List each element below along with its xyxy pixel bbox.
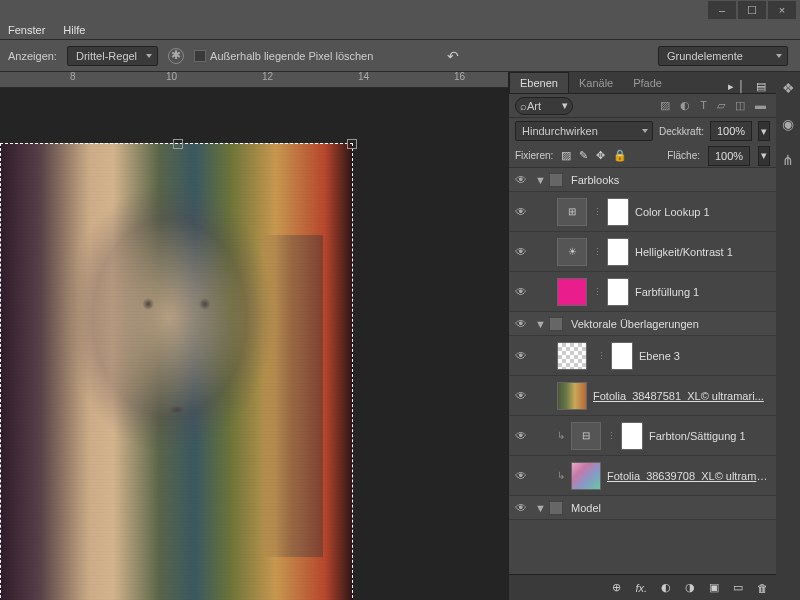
link-icon: ⋮ <box>593 247 601 257</box>
tab-pfade[interactable]: Pfade <box>623 73 672 93</box>
minimize-button[interactable]: – <box>708 1 736 19</box>
fill-label: Fläche: <box>667 150 700 161</box>
mask-thumb[interactable] <box>621 422 643 450</box>
crop-rule-dropdown[interactable]: Drittel-Regel <box>67 46 158 66</box>
mask-thumb[interactable] <box>607 198 629 226</box>
mask-thumb[interactable] <box>611 342 633 370</box>
filter-adjust-icon[interactable]: ◐ <box>680 99 690 112</box>
lock-all-icon[interactable]: 🔒 <box>613 149 627 162</box>
canvas[interactable] <box>0 88 508 600</box>
group-icon[interactable]: ▣ <box>709 581 719 594</box>
lock-pixels-icon[interactable]: ✎ <box>579 149 588 162</box>
visibility-icon[interactable]: 👁 <box>513 172 529 188</box>
menu-hilfe[interactable]: Hilfe <box>63 24 85 36</box>
opacity-arrow-icon[interactable]: ▾ <box>758 121 770 141</box>
layer-row[interactable]: 👁▼Model <box>509 496 776 520</box>
layer-row[interactable]: 👁⋮Ebene 3 <box>509 336 776 376</box>
channels-icon[interactable]: ◉ <box>778 114 798 134</box>
layer-row[interactable]: 👁▼Farblooks <box>509 168 776 192</box>
layer-name: Ebene 3 <box>639 350 772 362</box>
selection-marquee[interactable] <box>0 143 353 600</box>
tab-kanale[interactable]: Kanäle <box>569 73 623 93</box>
blend-mode-dropdown[interactable]: Hindurchwirken <box>515 121 653 141</box>
tab-ebenen[interactable]: Ebenen <box>509 72 569 93</box>
folder-icon <box>549 173 563 187</box>
layer-name: Farbfüllung 1 <box>635 286 772 298</box>
adjustment-thumb[interactable]: ⊞ <box>557 198 587 226</box>
layers-stack-icon[interactable]: ❖ <box>778 78 798 98</box>
layer-row[interactable]: 👁⊞⋮Color Lookup 1 <box>509 192 776 232</box>
maximize-button[interactable]: ☐ <box>738 1 766 19</box>
layer-name: Color Lookup 1 <box>635 206 772 218</box>
link-icon: ⋮ <box>593 287 601 297</box>
opacity-input[interactable]: 100% <box>710 121 752 141</box>
link-layers-icon[interactable]: ⊕ <box>612 581 621 594</box>
fill-input[interactable]: 100% <box>708 146 750 166</box>
clip-icon: ↳ <box>557 430 565 441</box>
link-icon: ⋮ <box>593 207 601 217</box>
delete-pixels-checkbox[interactable] <box>194 50 206 62</box>
disclosure-icon[interactable]: ▼ <box>535 318 543 330</box>
layer-thumb[interactable] <box>557 342 587 370</box>
layer-row[interactable]: 👁↳⊟⋮Farbton/Sättigung 1 <box>509 416 776 456</box>
fill-arrow-icon[interactable]: ▾ <box>758 146 770 166</box>
layer-thumb[interactable] <box>557 382 587 410</box>
disclosure-icon[interactable]: ▼ <box>535 502 543 514</box>
filter-type-icon[interactable]: T <box>700 99 707 112</box>
new-layer-icon[interactable]: ▭ <box>733 581 743 594</box>
gear-icon[interactable] <box>168 48 184 64</box>
clip-icon: ↳ <box>557 470 565 481</box>
layer-name: Helligkeit/Kontrast 1 <box>635 246 772 258</box>
visibility-icon[interactable]: 👁 <box>513 500 529 516</box>
trash-icon[interactable]: 🗑 <box>757 582 768 594</box>
panel-tabs: Ebenen Kanäle Pfade ▸│ ▤ <box>509 72 776 94</box>
layer-name: Fotolia_38487581_XL© ultramari... <box>593 390 772 402</box>
layer-row[interactable]: 👁↳Fotolia_38639708_XL© ultramari... <box>509 456 776 496</box>
filter-pixel-icon[interactable]: ▨ <box>660 99 670 112</box>
layer-name: Farbton/Sättigung 1 <box>649 430 772 442</box>
menu-bar: Fenster Hilfe <box>0 20 800 40</box>
panel-menu-icon[interactable]: ▤ <box>756 80 770 92</box>
mask-icon[interactable]: ◐ <box>661 581 671 594</box>
anzeigen-label: Anzeigen: <box>8 50 57 62</box>
close-button[interactable]: × <box>768 1 796 19</box>
adjustment-thumb[interactable]: ☀ <box>557 238 587 266</box>
layer-row[interactable]: 👁☀⋮Helligkeit/Kontrast 1 <box>509 232 776 272</box>
visibility-icon[interactable]: 👁 <box>513 428 529 444</box>
fx-icon[interactable]: fx. <box>635 582 647 594</box>
adjustment-icon[interactable]: ◑ <box>685 581 695 594</box>
visibility-icon[interactable]: 👁 <box>513 284 529 300</box>
folder-icon <box>549 317 563 331</box>
visibility-icon[interactable]: 👁 <box>513 204 529 220</box>
filter-toggle-icon[interactable]: ▬ <box>755 99 766 112</box>
layer-row[interactable]: 👁Fotolia_38487581_XL© ultramari... <box>509 376 776 416</box>
filter-shape-icon[interactable]: ▱ <box>717 99 725 112</box>
paths-icon[interactable]: ⋔ <box>778 150 798 170</box>
mask-thumb[interactable] <box>607 238 629 266</box>
layer-name: Vektorale Überlagerungen <box>571 318 772 330</box>
menu-fenster[interactable]: Fenster <box>8 24 45 36</box>
mask-thumb[interactable] <box>607 278 629 306</box>
disclosure-icon[interactable]: ▼ <box>535 174 543 186</box>
fill-thumb[interactable] <box>557 278 587 306</box>
visibility-icon[interactable]: 👁 <box>513 316 529 332</box>
visibility-icon[interactable]: 👁 <box>513 388 529 404</box>
filter-smart-icon[interactable]: ◫ <box>735 99 745 112</box>
visibility-icon[interactable]: 👁 <box>513 244 529 260</box>
layer-thumb[interactable] <box>571 462 601 490</box>
reset-icon[interactable]: ↶ <box>443 46 463 66</box>
workspace-dropdown[interactable]: Grundelemente <box>658 46 788 66</box>
layer-filter-dropdown[interactable]: ⌕ Art ▾ <box>515 97 573 115</box>
panel-expand-icon[interactable]: ▸│ <box>728 80 749 92</box>
visibility-icon[interactable]: 👁 <box>513 348 529 364</box>
lock-position-icon[interactable]: ✥ <box>596 149 605 162</box>
ruler-horizontal: 8 10 12 14 16 <box>0 72 508 88</box>
delete-pixels-label: Außerhalb liegende Pixel löschen <box>210 50 373 62</box>
layers-footer: ⊕ fx. ◐ ◑ ▣ ▭ 🗑 <box>509 574 776 600</box>
visibility-icon[interactable]: 👁 <box>513 468 529 484</box>
lock-label: Fixieren: <box>515 150 553 161</box>
layer-row[interactable]: 👁▼Vektorale Überlagerungen <box>509 312 776 336</box>
layer-row[interactable]: 👁⋮Farbfüllung 1 <box>509 272 776 312</box>
lock-transparency-icon[interactable]: ▨ <box>561 149 571 162</box>
adjustment-thumb[interactable]: ⊟ <box>571 422 601 450</box>
